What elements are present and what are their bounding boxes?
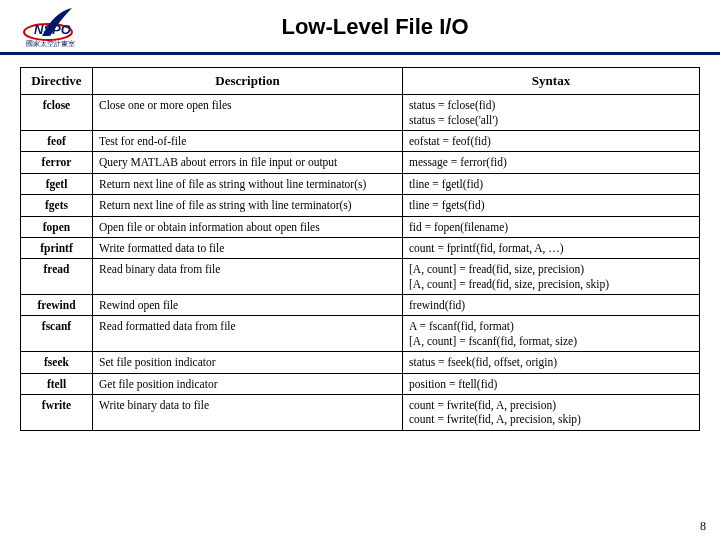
cell-description: Return next line of file as string with … [93, 195, 403, 216]
table-row: fcloseClose one or more open filesstatus… [21, 95, 700, 131]
th-syntax: Syntax [403, 68, 700, 95]
table-row: feofTest for end-of-fileeofstat = feof(f… [21, 131, 700, 152]
table-row: fprintfWrite formatted data to filecount… [21, 237, 700, 258]
cell-description: Return next line of file as string witho… [93, 173, 403, 194]
cell-directive: fread [21, 259, 93, 295]
cell-directive: fseek [21, 352, 93, 373]
table-header-row: Directive Description Syntax [21, 68, 700, 95]
cell-directive: fscanf [21, 316, 93, 352]
cell-syntax: [A, count] = fread(fid, size, precision)… [403, 259, 700, 295]
cell-syntax: A = fscanf(fid, format)[A, count] = fsca… [403, 316, 700, 352]
table-row: fscanfRead formatted data from fileA = f… [21, 316, 700, 352]
io-table: Directive Description Syntax fcloseClose… [20, 67, 700, 431]
logo-text: NSPO [34, 22, 71, 37]
cell-description: Write binary data to file [93, 394, 403, 430]
cell-syntax: status = fseek(fid, offset, origin) [403, 352, 700, 373]
cell-directive: ftell [21, 373, 93, 394]
cell-description: Get file position indicator [93, 373, 403, 394]
cell-description: Set file position indicator [93, 352, 403, 373]
cell-description: Write formatted data to file [93, 237, 403, 258]
content-area: Directive Description Syntax fcloseClose… [0, 55, 720, 431]
table-row: fwriteWrite binary data to filecount = f… [21, 394, 700, 430]
logo-subtext: 國家太空計畫室 [26, 40, 75, 48]
cell-syntax: tline = fgets(fid) [403, 195, 700, 216]
cell-syntax: count = fprintf(fid, format, A, …) [403, 237, 700, 258]
cell-description: Close one or more open files [93, 95, 403, 131]
th-directive: Directive [21, 68, 93, 95]
cell-description: Read formatted data from file [93, 316, 403, 352]
cell-syntax: eofstat = feof(fid) [403, 131, 700, 152]
cell-directive: fwrite [21, 394, 93, 430]
cell-syntax: count = fwrite(fid, A, precision)count =… [403, 394, 700, 430]
page-title: Low-Level File I/O [110, 14, 700, 40]
slide-header: NSPO 國家太空計畫室 Low-Level File I/O [0, 0, 720, 55]
cell-description: Test for end-of-file [93, 131, 403, 152]
cell-syntax: message = ferror(fid) [403, 152, 700, 173]
cell-syntax: position = ftell(fid) [403, 373, 700, 394]
cell-description: Open file or obtain information about op… [93, 216, 403, 237]
table-row: frewindRewind open filefrewind(fid) [21, 295, 700, 316]
cell-description: Rewind open file [93, 295, 403, 316]
table-row: freadRead binary data from file[A, count… [21, 259, 700, 295]
cell-syntax: tline = fgetl(fid) [403, 173, 700, 194]
cell-directive: fgetl [21, 173, 93, 194]
table-row: fopenOpen file or obtain information abo… [21, 216, 700, 237]
cell-syntax: status = fclose(fid)status = fclose('all… [403, 95, 700, 131]
cell-description: Read binary data from file [93, 259, 403, 295]
cell-directive: frewind [21, 295, 93, 316]
cell-directive: feof [21, 131, 93, 152]
table-row: fgetlReturn next line of file as string … [21, 173, 700, 194]
th-description: Description [93, 68, 403, 95]
cell-description: Query MATLAB about errors in file input … [93, 152, 403, 173]
cell-directive: fgets [21, 195, 93, 216]
table-row: ftellGet file position indicatorposition… [21, 373, 700, 394]
page-number: 8 [700, 519, 706, 534]
cell-directive: fopen [21, 216, 93, 237]
cell-directive: ferror [21, 152, 93, 173]
cell-syntax: fid = fopen(filename) [403, 216, 700, 237]
table-row: ferrorQuery MATLAB about errors in file … [21, 152, 700, 173]
cell-directive: fclose [21, 95, 93, 131]
cell-syntax: frewind(fid) [403, 295, 700, 316]
table-row: fseekSet file position indicatorstatus =… [21, 352, 700, 373]
table-row: fgetsReturn next line of file as string … [21, 195, 700, 216]
cell-directive: fprintf [21, 237, 93, 258]
nspo-logo: NSPO 國家太空計畫室 [20, 6, 110, 48]
